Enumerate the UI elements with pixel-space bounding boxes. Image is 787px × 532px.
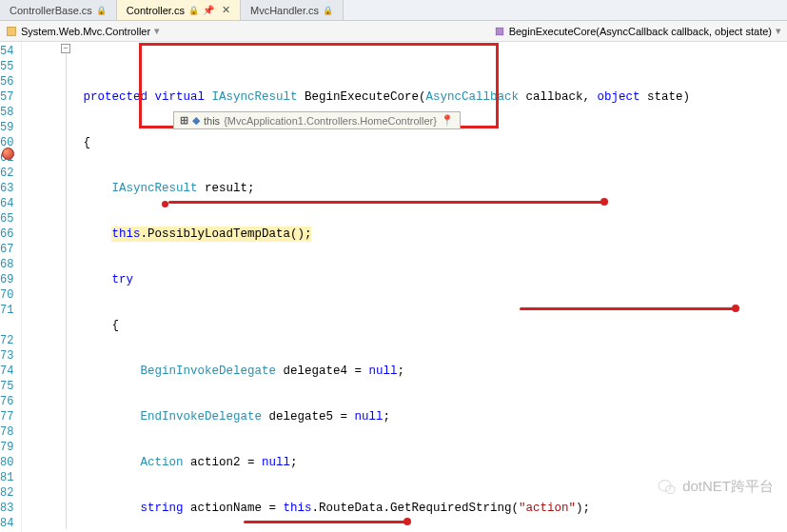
svg-rect-0	[8, 27, 16, 35]
file-tabs: ControllerBase.cs 🔒 Controller.cs 🔒 📌 ✕ …	[0, 0, 787, 21]
tab-label: MvcHandler.cs	[250, 5, 319, 16]
method-icon	[494, 26, 505, 37]
wechat-icon	[658, 479, 677, 496]
breakpoint-marker[interactable]	[2, 148, 14, 160]
chevron-down-icon: ▾	[776, 25, 781, 37]
lock-icon: 🔒	[96, 6, 107, 15]
debug-tooltip[interactable]: ⊞ ◆ this {MvcApplication1.Controllers.Ho…	[173, 111, 461, 129]
annotation-dot	[162, 201, 168, 207]
svg-point-3	[666, 485, 676, 493]
class-icon	[6, 26, 17, 37]
lock-icon: 🔒	[323, 6, 333, 15]
pin-icon[interactable]: 📍	[441, 114, 454, 127]
annotation-underline	[520, 307, 734, 310]
tab-label: Controller.cs	[127, 5, 185, 16]
field-icon: ◆	[192, 114, 200, 127]
chevron-down-icon: ▾	[154, 25, 160, 37]
pin-icon[interactable]: 📌	[203, 5, 214, 15]
breadcrumb-class[interactable]: System.Web.Mvc.Controller ▾	[6, 25, 160, 37]
annotation-underline	[244, 521, 405, 523]
svg-rect-1	[496, 28, 503, 35]
tab-controller[interactable]: Controller.cs 🔒 📌 ✕	[117, 0, 241, 20]
line-gutter: 5455565758596061626364656667686970717273…	[0, 42, 22, 532]
breadcrumb-method[interactable]: BeginExecuteCore(AsyncCallback callback,…	[494, 25, 781, 37]
tooltip-var: this	[204, 115, 220, 127]
watermark: dotNET跨平台	[658, 478, 774, 496]
tooltip-value: {MvcApplication1.Controllers.HomeControl…	[224, 115, 437, 127]
annotation-underline	[168, 201, 602, 204]
tab-label: ControllerBase.cs	[10, 5, 92, 16]
breadcrumb-bar: System.Web.Mvc.Controller ▾ BeginExecute…	[0, 21, 787, 42]
tab-controllerbase[interactable]: ControllerBase.cs 🔒	[0, 0, 117, 20]
lock-icon: 🔒	[188, 6, 199, 15]
tab-mvchandler[interactable]: MvcHandler.cs 🔒	[241, 0, 344, 20]
expand-icon[interactable]: ⊞	[180, 114, 188, 127]
close-icon[interactable]: ✕	[222, 4, 230, 16]
